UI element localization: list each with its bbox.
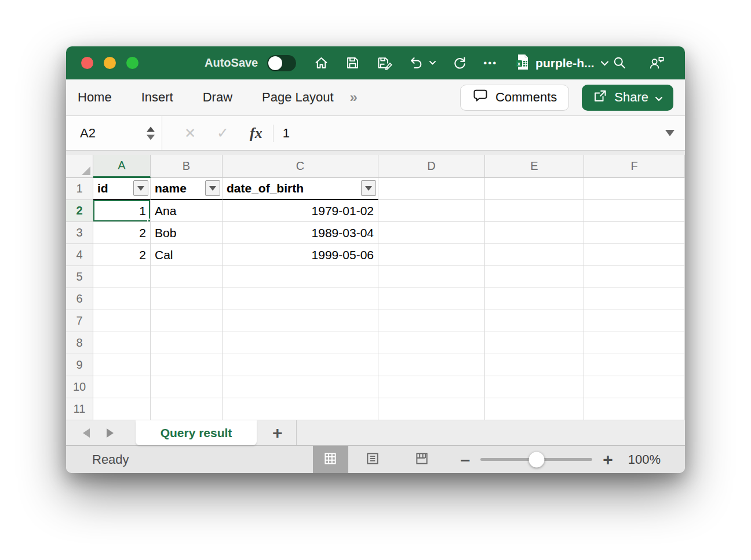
minimize-window-button[interactable]	[104, 57, 116, 69]
cell-F3[interactable]	[584, 222, 685, 244]
save-button[interactable]	[345, 55, 360, 71]
fill-handle[interactable]	[147, 219, 151, 222]
column-header-D[interactable]: D	[378, 155, 485, 178]
more-commands-button[interactable]: •••	[483, 58, 497, 68]
cell-C3[interactable]: 1989-03-04	[223, 222, 378, 244]
autosave-toggle[interactable]	[267, 55, 296, 71]
cell-D6[interactable]	[378, 288, 485, 310]
cell-D9[interactable]	[378, 354, 485, 376]
cell-B5[interactable]	[151, 266, 223, 288]
name-box[interactable]: A2	[66, 116, 162, 150]
cell-E9[interactable]	[485, 354, 584, 376]
cell-F6[interactable]	[584, 288, 685, 310]
tab-insert[interactable]: Insert	[141, 90, 173, 105]
cell-B7[interactable]	[151, 310, 223, 332]
row-header-7[interactable]: 7	[66, 310, 93, 332]
column-header-C[interactable]: C	[223, 155, 378, 178]
cell-C4[interactable]: 1999-05-06	[223, 244, 378, 266]
cell-C7[interactable]	[223, 310, 378, 332]
row-header-1[interactable]: 1	[66, 178, 93, 200]
cell-B1[interactable]: name	[151, 178, 223, 200]
filter-button-date-of-birth[interactable]	[361, 180, 376, 196]
next-sheet-icon[interactable]	[107, 428, 114, 438]
cell-C5[interactable]	[223, 266, 378, 288]
cell-A10[interactable]	[93, 376, 151, 398]
row-header-9[interactable]: 9	[66, 354, 93, 376]
normal-view-button[interactable]	[313, 446, 348, 473]
cell-B11[interactable]	[151, 398, 223, 420]
row-header-11[interactable]: 11	[66, 398, 93, 420]
cell-E7[interactable]	[485, 310, 584, 332]
page-layout-view-button[interactable]	[355, 446, 391, 473]
add-sheet-button[interactable]: +	[272, 424, 283, 442]
cell-E1[interactable]	[485, 178, 584, 200]
row-header-2[interactable]: 2	[66, 200, 93, 222]
cell-B8[interactable]	[151, 332, 223, 354]
cell-D1[interactable]	[378, 178, 485, 200]
undo-button[interactable]	[409, 55, 436, 71]
cell-E2[interactable]	[485, 200, 584, 222]
cell-E3[interactable]	[485, 222, 584, 244]
select-all-corner[interactable]	[66, 155, 93, 178]
cell-F7[interactable]	[584, 310, 685, 332]
row-header-6[interactable]: 6	[66, 288, 93, 310]
cell-F9[interactable]	[584, 354, 685, 376]
cell-C8[interactable]	[223, 332, 378, 354]
cell-D5[interactable]	[378, 266, 485, 288]
document-title-menu[interactable]: x purple-h...	[515, 53, 609, 73]
cell-F10[interactable]	[584, 376, 685, 398]
zoom-slider[interactable]	[480, 458, 592, 461]
cell-B2[interactable]: Ana	[151, 200, 223, 222]
column-header-B[interactable]: B	[151, 155, 223, 178]
name-box-spinner[interactable]	[147, 126, 155, 140]
tab-page-layout[interactable]: Page Layout	[262, 90, 334, 105]
cell-B6[interactable]	[151, 288, 223, 310]
cell-C2[interactable]: 1979-01-02	[223, 200, 378, 222]
cell-D4[interactable]	[378, 244, 485, 266]
share-button[interactable]: Share	[582, 85, 673, 111]
cell-C9[interactable]	[223, 354, 378, 376]
cancel-entry-icon[interactable]: ✕	[184, 125, 196, 141]
cell-D8[interactable]	[378, 332, 485, 354]
cell-E11[interactable]	[485, 398, 584, 420]
cell-C10[interactable]	[223, 376, 378, 398]
cell-F1[interactable]	[584, 178, 685, 200]
column-header-E[interactable]: E	[485, 155, 584, 178]
tab-home[interactable]: Home	[78, 90, 112, 105]
cell-A6[interactable]	[93, 288, 151, 310]
cell-F4[interactable]	[584, 244, 685, 266]
insert-function-icon[interactable]: fx	[250, 125, 263, 142]
cell-A11[interactable]	[93, 398, 151, 420]
cell-A7[interactable]	[93, 310, 151, 332]
cell-E5[interactable]	[485, 266, 584, 288]
cell-B10[interactable]	[151, 376, 223, 398]
close-window-button[interactable]	[81, 57, 93, 69]
cell-D11[interactable]	[378, 398, 485, 420]
save-as-button[interactable]	[376, 55, 393, 71]
cell-D10[interactable]	[378, 376, 485, 398]
ribbon-overflow-button[interactable]: »	[350, 89, 358, 106]
cell-A3[interactable]: 2	[93, 222, 151, 244]
cell-C11[interactable]	[223, 398, 378, 420]
cell-B4[interactable]: Cal	[151, 244, 223, 266]
cell-B9[interactable]	[151, 354, 223, 376]
previous-sheet-icon[interactable]	[83, 428, 90, 438]
cell-E10[interactable]	[485, 376, 584, 398]
sheet-tab-query-result[interactable]: Query result	[136, 420, 257, 445]
cell-E6[interactable]	[485, 288, 584, 310]
home-button[interactable]	[313, 55, 329, 71]
cell-D7[interactable]	[378, 310, 485, 332]
cell-A9[interactable]	[93, 354, 151, 376]
cell-F11[interactable]	[584, 398, 685, 420]
formula-input[interactable]: 1	[283, 116, 665, 150]
search-button[interactable]	[612, 55, 628, 71]
cell-A2-selected[interactable]: 1	[93, 200, 151, 222]
cell-D3[interactable]	[378, 222, 485, 244]
cell-A8[interactable]	[93, 332, 151, 354]
row-header-8[interactable]: 8	[66, 332, 93, 354]
cell-D2[interactable]	[378, 200, 485, 222]
zoom-out-button[interactable]: –	[461, 451, 471, 468]
cell-F5[interactable]	[584, 266, 685, 288]
cell-C6[interactable]	[223, 288, 378, 310]
cell-A5[interactable]	[93, 266, 151, 288]
